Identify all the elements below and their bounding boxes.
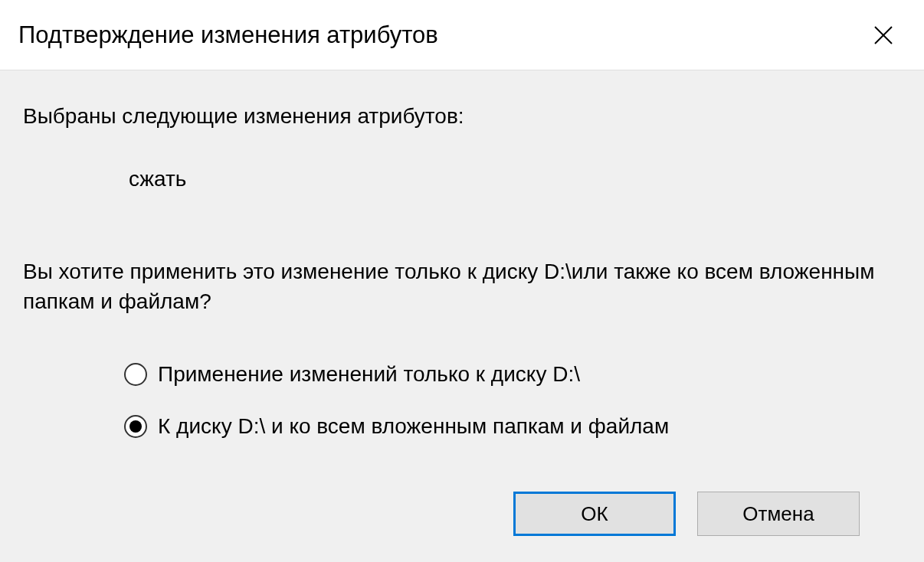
radio-label: Применение изменений только к диску D:\ (158, 362, 580, 387)
titlebar: Подтверждение изменения атрибутов (0, 0, 924, 70)
close-button[interactable] (866, 18, 901, 53)
question-text: Вы хотите применить это изменение только… (23, 257, 901, 316)
radio-apply-recursive[interactable]: К диску D:\ и ко всем вложенным папкам и… (124, 414, 901, 439)
dialog-content: Выбраны следующие изменения атрибутов: с… (0, 70, 924, 562)
ok-button[interactable]: ОК (513, 492, 676, 536)
close-icon (873, 25, 893, 45)
intro-text: Выбраны следующие изменения атрибутов: (23, 104, 901, 129)
dialog: Подтверждение изменения атрибутов Выбран… (0, 0, 924, 562)
cancel-button[interactable]: Отмена (697, 492, 860, 536)
dialog-title: Подтверждение изменения атрибутов (18, 21, 438, 49)
radio-icon (124, 363, 147, 386)
radio-group: Применение изменений только к диску D:\ … (124, 362, 901, 439)
radio-label: К диску D:\ и ко всем вложенным папкам и… (158, 414, 669, 439)
radio-apply-drive-only[interactable]: Применение изменений только к диску D:\ (124, 362, 901, 387)
radio-icon (124, 415, 147, 438)
button-row: ОК Отмена (513, 492, 860, 536)
attribute-item: сжать (129, 167, 901, 191)
